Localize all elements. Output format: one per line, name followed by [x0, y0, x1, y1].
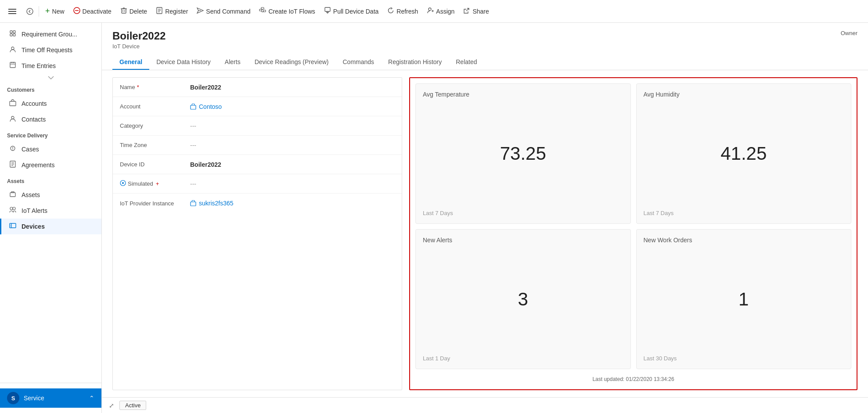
stats-footer: Last updated: 01/22/2020 13:34:26	[415, 374, 851, 384]
hamburger-menu-icon[interactable]	[5, 4, 19, 18]
svg-point-50	[10, 207, 13, 210]
assets-icon	[8, 190, 17, 199]
new-work-orders-period: Last 30 Days	[644, 355, 844, 362]
refresh-button[interactable]: Refresh	[383, 4, 422, 18]
field-device-id-value[interactable]: Boiler2022	[190, 161, 395, 168]
new-work-orders-label: New Work Orders	[644, 237, 844, 244]
avg-temperature-label: Avg Temperature	[423, 91, 623, 98]
sidebar-item-contacts[interactable]: Contacts	[0, 111, 101, 127]
register-button[interactable]: Register	[151, 4, 192, 18]
svg-rect-31	[10, 31, 12, 33]
main-layout: Requirement Grou... Time Off Requests	[0, 23, 868, 413]
tab-general[interactable]: General	[112, 55, 149, 70]
field-name-value[interactable]: Boiler2022	[190, 84, 395, 91]
send-command-icon	[197, 7, 204, 16]
assign-button[interactable]: Assign	[422, 4, 459, 18]
expand-icon[interactable]: ⤢	[109, 402, 114, 409]
status-badge[interactable]: Active	[119, 401, 146, 410]
tabs-bar: General Device Data History Alerts Devic…	[112, 55, 857, 70]
svg-point-41	[11, 116, 14, 119]
field-category: Category ---	[113, 116, 402, 136]
content-area: Boiler2022 IoT Device Owner General Devi…	[102, 23, 868, 413]
svg-rect-40	[10, 101, 16, 106]
sidebar-section-assets: Assets Assets	[0, 173, 101, 234]
plus-icon: +	[45, 7, 50, 16]
create-iot-flows-button[interactable]: Create IoT Flows	[255, 4, 319, 18]
svg-rect-17	[259, 9, 262, 11]
svg-point-51	[13, 207, 15, 210]
send-command-button[interactable]: Send Command	[192, 4, 255, 18]
tab-content-general: Name * Boiler2022 Account C	[102, 70, 868, 397]
field-timezone-value[interactable]: ---	[190, 142, 395, 149]
delete-button[interactable]: Delete	[116, 4, 151, 18]
new-work-orders-value: 1	[644, 287, 844, 312]
iot-provider-link-icon	[190, 200, 196, 206]
requirement-group-icon	[8, 30, 17, 39]
toolbar: + New Deactivate Delete	[0, 0, 868, 23]
tab-registration-history[interactable]: Registration History	[381, 55, 449, 70]
svg-point-35	[11, 47, 14, 50]
svg-rect-57	[191, 105, 196, 109]
record-type: IoT Device	[112, 43, 166, 50]
tab-alerts[interactable]: Alerts	[218, 55, 248, 70]
field-time-zone: Time Zone ---	[113, 136, 402, 155]
field-account: Account Contoso	[113, 97, 402, 116]
svg-rect-19	[261, 7, 264, 9]
deactivate-button[interactable]: Deactivate	[69, 4, 116, 18]
tab-related[interactable]: Related	[449, 55, 484, 70]
sidebar-item-cases[interactable]: Cases	[0, 141, 101, 157]
cases-icon	[8, 145, 17, 154]
sidebar-section-service-delivery: Service Delivery Cases	[0, 127, 101, 173]
agreements-icon	[8, 161, 17, 169]
avg-temperature-value: 73.25	[423, 141, 623, 166]
sidebar-footer-service[interactable]: S Service ⌃	[0, 388, 101, 408]
svg-rect-33	[10, 34, 12, 36]
avatar: S	[7, 392, 19, 404]
share-icon	[463, 7, 470, 16]
collapse-icon[interactable]: ⌃	[89, 395, 94, 402]
sidebar-item-devices[interactable]: Devices	[0, 219, 101, 234]
tab-device-readings[interactable]: Device Readings (Preview)	[248, 55, 336, 70]
contacts-icon	[8, 115, 17, 124]
register-icon	[156, 7, 163, 16]
create-iot-flows-icon	[259, 7, 266, 16]
sidebar-item-requirement-group[interactable]: Requirement Grou...	[0, 26, 101, 42]
pull-device-data-button[interactable]: Pull Device Data	[320, 4, 383, 18]
field-simulated: Simulated + ---	[113, 174, 402, 194]
field-device-id: Device ID Boiler2022	[113, 155, 402, 174]
sidebar-item-assets[interactable]: Assets	[0, 187, 101, 203]
field-account-value[interactable]: Contoso	[190, 103, 395, 110]
pull-device-data-icon	[324, 7, 331, 16]
svg-rect-32	[13, 31, 15, 33]
sidebar-item-time-entries[interactable]: Time Entries	[0, 58, 101, 74]
svg-rect-34	[13, 34, 15, 36]
field-simulated-value[interactable]: ---	[190, 180, 395, 187]
share-button[interactable]: Share	[459, 4, 493, 18]
new-button[interactable]: + New	[41, 4, 69, 18]
svg-point-3	[27, 8, 33, 14]
avg-humidity-value: 41.25	[644, 141, 844, 166]
assign-icon	[427, 7, 434, 16]
sidebar-item-accounts[interactable]: Accounts	[0, 96, 101, 111]
sidebar-item-agreements[interactable]: Agreements	[0, 157, 101, 173]
avg-humidity-label: Avg Humidity	[644, 91, 844, 98]
new-alerts-period: Last 1 Day	[423, 355, 623, 362]
sidebar-item-time-off-requests[interactable]: Time Off Requests	[0, 42, 101, 58]
field-iot-provider-value[interactable]: sukris2fs365	[190, 200, 395, 207]
time-off-icon	[8, 46, 17, 54]
stat-card-avg-humidity: Avg Humidity 41.25 Last 7 Days	[636, 83, 852, 224]
svg-point-59	[122, 182, 124, 184]
devices-icon	[8, 222, 17, 231]
sidebar-footer: S Service ⌃	[0, 383, 101, 413]
back-navigation-icon[interactable]	[23, 4, 37, 18]
tab-commands[interactable]: Commands	[335, 55, 381, 70]
sidebar-item-iot-alerts[interactable]: IoT Alerts	[0, 203, 101, 219]
field-category-value[interactable]: ---	[190, 122, 395, 129]
svg-point-26	[429, 8, 431, 11]
sidebar: Requirement Grou... Time Off Requests	[0, 23, 102, 413]
iot-alerts-icon	[8, 206, 17, 215]
avg-humidity-period: Last 7 Days	[644, 210, 844, 216]
record-owner: Owner	[841, 30, 857, 36]
tab-device-data-history[interactable]: Device Data History	[149, 55, 218, 70]
svg-rect-0	[8, 9, 16, 10]
